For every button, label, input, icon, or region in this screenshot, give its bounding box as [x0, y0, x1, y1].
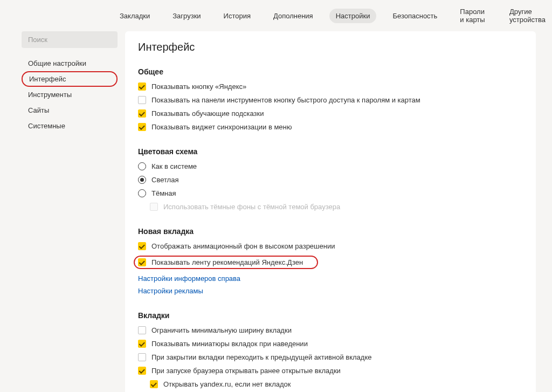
sidebar-item-tools[interactable]: Инструменты — [22, 87, 118, 102]
label-animated-bg: Отображать анимационный фон в высоком ра… — [151, 242, 335, 250]
tab-bookmarks[interactable]: Закладки — [113, 9, 156, 23]
link-ads[interactable]: Настройки рекламы — [138, 287, 523, 295]
settings-content: Интерфейс Общее Показывать кнопку «Яндек… — [125, 31, 536, 392]
label-thumbnails: Показывать миниатюры вкладок при наведен… — [151, 340, 308, 348]
tab-devices[interactable]: Другие устройства — [503, 4, 552, 27]
sidebar-item-interface[interactable]: Интерфейс — [22, 71, 118, 87]
search-input[interactable]: Поиск — [22, 31, 118, 48]
checkbox-min-width[interactable] — [138, 326, 146, 334]
checkbox-tips[interactable] — [138, 109, 146, 118]
label-zen: Показывать ленту рекомендаций Яндекс.Дзе… — [151, 258, 303, 266]
label-tips: Показывать обучающие подсказки — [151, 109, 264, 118]
checkbox-thumbnails[interactable] — [138, 340, 146, 348]
label-prev-tab: При закрытии вкладки переходить к предыд… — [151, 353, 371, 361]
tab-passwords[interactable]: Пароли и карты — [453, 4, 493, 27]
section-color-title: Цветовая схема — [138, 147, 523, 156]
page-title: Интерфейс — [138, 41, 523, 53]
radio-dark[interactable] — [138, 189, 146, 197]
checkbox-sync-widget[interactable] — [138, 123, 146, 131]
label-light: Светлая — [151, 176, 178, 184]
label-sync-widget: Показывать виджет синхронизации в меню — [151, 123, 292, 131]
top-tabs: Закладки Загрузки История Дополнения Нас… — [0, 0, 552, 31]
label-yandex-button: Показывать кнопку «Яндекс» — [151, 82, 246, 91]
tab-history[interactable]: История — [217, 9, 257, 23]
tab-settings[interactable]: Настройки — [329, 9, 377, 23]
radio-system[interactable] — [138, 162, 146, 170]
checkbox-passwords-button[interactable] — [138, 96, 146, 104]
label-dark-bg: Использовать тёмные фоны с тёмной темой … — [163, 203, 340, 211]
label-system: Как в системе — [151, 162, 197, 170]
checkbox-zen[interactable] — [138, 258, 146, 266]
label-dark: Тёмная — [151, 189, 176, 197]
label-open-yandex: Открывать yandex.ru, если нет вкладок — [163, 380, 291, 388]
tab-security[interactable]: Безопасность — [386, 9, 444, 23]
tab-downloads[interactable]: Загрузки — [166, 9, 207, 23]
section-general-title: Общее — [138, 67, 523, 76]
section-tabs-title: Вкладки — [138, 311, 523, 320]
checkbox-open-yandex[interactable] — [150, 380, 158, 388]
checkbox-yandex-button[interactable] — [138, 82, 146, 91]
checkbox-dark-bg — [150, 203, 158, 211]
sidebar: Поиск Общие настройки Интерфейс Инструме… — [22, 31, 118, 392]
tab-addons[interactable]: Дополнения — [267, 9, 320, 23]
label-min-width: Ограничить минимальную ширину вкладки — [151, 326, 292, 334]
label-restore-tabs: При запуске браузера открывать ранее отк… — [151, 367, 341, 375]
highlight-zen: Показывать ленту рекомендаций Яндекс.Дзе… — [134, 256, 318, 269]
sidebar-item-general[interactable]: Общие настройки — [22, 56, 118, 71]
checkbox-restore-tabs[interactable] — [138, 367, 146, 375]
radio-light[interactable] — [138, 176, 146, 184]
checkbox-animated-bg[interactable] — [138, 242, 146, 250]
checkbox-prev-tab[interactable] — [138, 353, 146, 361]
sidebar-item-sites[interactable]: Сайты — [22, 102, 118, 118]
link-informers[interactable]: Настройки информеров справа — [138, 274, 523, 283]
sidebar-item-system[interactable]: Системные — [22, 118, 118, 134]
section-newtab-title: Новая вкладка — [138, 227, 523, 236]
label-passwords-button: Показывать на панели инструментов кнопку… — [151, 96, 420, 104]
